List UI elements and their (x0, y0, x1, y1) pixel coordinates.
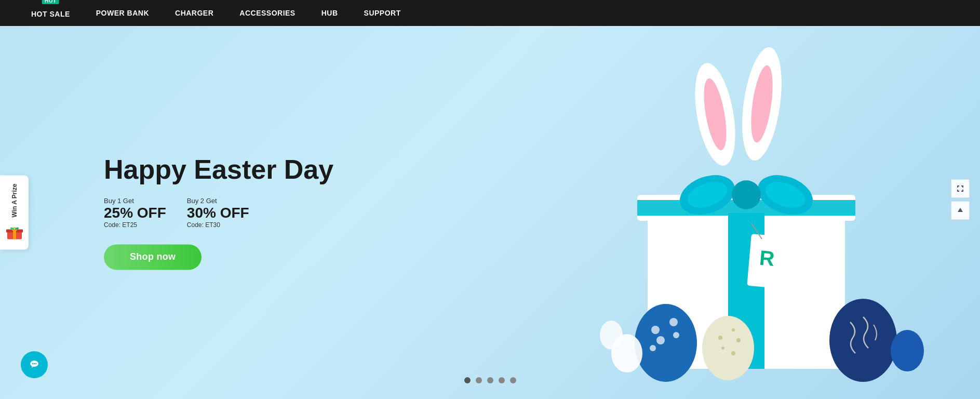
main-nav: HOT HOT SALE POWER BANK CHARGER ACCESSOR… (0, 0, 980, 26)
offer1-percent: 25% OFF (104, 205, 166, 222)
arrow-up-icon (957, 207, 964, 214)
svg-point-35 (891, 330, 924, 371)
nav-item-support[interactable]: SUPPORT (364, 9, 401, 17)
svg-point-42 (35, 363, 36, 364)
svg-text:R: R (758, 246, 775, 270)
nav-item-hot-sale[interactable]: HOT HOT SALE (31, 8, 70, 18)
svg-point-31 (721, 347, 724, 350)
svg-point-26 (650, 345, 656, 351)
nav-item-hub[interactable]: HUB (321, 9, 338, 17)
resize-icon (956, 184, 964, 193)
offer1-label: Buy 1 Get (104, 197, 166, 205)
svg-point-32 (731, 351, 735, 355)
hero-title: Happy Easter Day (104, 155, 333, 184)
scroll-resize-button[interactable] (951, 179, 970, 198)
dot-3[interactable] (487, 377, 493, 383)
dot-4[interactable] (499, 377, 505, 383)
chat-icon (28, 358, 41, 371)
svg-point-27 (702, 316, 754, 380)
svg-point-17 (732, 180, 761, 209)
gift-box-svg: R (585, 42, 938, 395)
svg-point-36 (600, 321, 623, 350)
gift-icon (5, 223, 24, 242)
hero-illustration: R (585, 42, 938, 395)
slide-dots (464, 377, 516, 383)
offer2-code: Code: ET30 (187, 222, 249, 229)
dot-1[interactable] (464, 377, 471, 383)
offer1-code: Code: ET25 (104, 222, 166, 229)
dot-5[interactable] (510, 377, 516, 383)
hot-badge: HOT (42, 0, 59, 4)
dot-2[interactable] (476, 377, 482, 383)
svg-point-21 (635, 304, 697, 382)
offer-1: Buy 1 Get 25% OFF Code: ET25 (104, 197, 166, 229)
svg-point-24 (656, 336, 665, 344)
shop-now-button[interactable]: Shop now (104, 245, 202, 270)
svg-point-29 (732, 328, 735, 331)
offer-2: Buy 2 Get 30% OFF Code: ET30 (187, 197, 249, 229)
hero-content: Happy Easter Day Buy 1 Get 25% OFF Code:… (104, 155, 333, 270)
nav-item-accessories[interactable]: ACCESSORIES (239, 9, 295, 17)
offer2-percent: 30% OFF (187, 205, 249, 222)
svg-point-22 (651, 326, 660, 334)
offers-container: Buy 1 Get 25% OFF Code: ET25 Buy 2 Get 3… (104, 197, 333, 229)
hero-banner: Win A Prize Happy Easter Day Buy 1 Get 2… (0, 26, 980, 399)
svg-point-25 (673, 332, 679, 338)
scroll-controls (951, 179, 970, 220)
svg-point-30 (736, 338, 741, 342)
svg-point-23 (669, 318, 678, 326)
nav-item-power-bank[interactable]: POWER BANK (96, 9, 149, 17)
scroll-up-button[interactable] (951, 201, 970, 220)
svg-point-41 (34, 363, 35, 364)
win-prize-sidebar[interactable]: Win A Prize (0, 175, 29, 249)
svg-point-40 (32, 363, 33, 364)
chat-button[interactable] (21, 351, 48, 378)
svg-point-28 (718, 336, 722, 340)
offer2-label: Buy 2 Get (187, 197, 249, 205)
win-prize-label: Win A Prize (11, 183, 18, 217)
nav-item-charger[interactable]: CHARGER (175, 9, 213, 17)
